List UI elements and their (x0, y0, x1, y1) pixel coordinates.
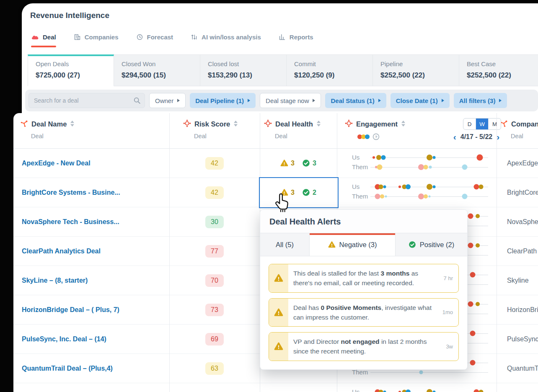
deal-name-link[interactable]: HorizonBridge Deal – ( Plus, 7) (22, 295, 119, 324)
tab-companies[interactable]: Companies (74, 34, 119, 47)
sort-icon[interactable] (401, 120, 406, 127)
popup-tab-negative-3[interactable]: Negative (3) (310, 233, 396, 256)
engagement-dot[interactable] (418, 193, 424, 199)
engagement-dot[interactable] (383, 186, 386, 188)
sort-icon[interactable] (401, 120, 406, 129)
engagement-dot[interactable] (473, 184, 479, 190)
filter-close-date-1[interactable]: Close Date (1) (391, 93, 450, 108)
sort-icon[interactable] (70, 120, 75, 127)
filter-deal-stage-now[interactable]: Deal stage now (260, 93, 321, 108)
column-header-engagement[interactable]: Engagement ? (345, 119, 406, 140)
popup-tab-positive-2[interactable]: Positive (2) (396, 233, 467, 256)
column-header-risk-score[interactable]: Risk Score Deal (183, 119, 238, 139)
engagement-dot[interactable] (379, 390, 383, 392)
filter-owner[interactable]: Owner (149, 93, 186, 108)
granularity-w[interactable]: W (476, 119, 488, 129)
engagement-dot[interactable] (432, 156, 435, 159)
engagement-dot[interactable] (476, 243, 480, 248)
engagement-dot[interactable] (383, 391, 386, 392)
engagement-dot[interactable] (385, 196, 387, 198)
engagement-legend: ? (357, 133, 406, 140)
sort-icon[interactable] (70, 120, 75, 129)
search-input[interactable] (28, 93, 145, 108)
engagement-dot[interactable] (398, 186, 401, 188)
engagement-dot[interactable] (477, 155, 483, 161)
deal-name-link[interactable]: PulseSync, Inc. Deal – (14) (22, 325, 106, 353)
engagement-dot[interactable] (470, 360, 476, 366)
engagement-dot[interactable] (479, 390, 484, 392)
engagement-dot[interactable] (424, 194, 428, 199)
deal-name-link[interactable]: ApexEdge - New Deal (22, 149, 91, 178)
deal-name-link[interactable]: ClearPath Analytics Deal (22, 237, 101, 266)
engagement-dot[interactable] (473, 389, 479, 392)
engagement-dot[interactable] (375, 194, 380, 199)
filter-all-filters-3[interactable]: All filters (3) (454, 93, 507, 108)
deal-health-cell[interactable] (260, 383, 337, 392)
engagement-dot[interactable] (429, 166, 432, 169)
engagement-dot[interactable] (476, 214, 480, 218)
engagement-dot[interactable] (432, 186, 435, 188)
engagement-dot[interactable] (372, 156, 375, 159)
engagement-dot[interactable] (406, 184, 411, 189)
deal-name-link[interactable]: SkyLine – (8, starter) (22, 266, 88, 295)
column-header-deal-health[interactable]: Deal Health Deal (264, 119, 321, 139)
engagement-dot[interactable] (379, 185, 383, 189)
granularity-m[interactable]: M (488, 119, 501, 129)
tab-ai-win-loss-analysis[interactable]: AI win/loss analysis (191, 34, 261, 47)
summary-card-commit[interactable]: Commit$120,250 (9) (287, 54, 373, 86)
engagement-dot[interactable] (406, 389, 411, 392)
deal-health-cell[interactable]: 33 (260, 149, 337, 178)
engagement-dot[interactable] (476, 302, 480, 306)
engagement-timeline (370, 196, 488, 197)
deal-name-link[interactable]: QuantumTrail Deal – (Plus,4) (22, 354, 113, 383)
filter-deal-pipeline-1[interactable]: Deal Pipeline (1) (190, 93, 256, 108)
deal-name-link[interactable]: BrightCore Systems - Busine... (22, 178, 120, 207)
engagement-dot[interactable] (462, 165, 467, 170)
summary-card-pipeline[interactable]: Pipeline$252,500 (22) (373, 54, 459, 86)
engagement-row-label: Them (352, 369, 368, 376)
sort-icon[interactable] (233, 120, 238, 127)
sort-icon[interactable] (316, 120, 321, 129)
column-header-deal-name[interactable]: Deal Name Deal (20, 119, 75, 139)
sort-icon[interactable] (316, 120, 321, 127)
tab-reports[interactable]: Reports (279, 34, 313, 47)
engagement-dot[interactable] (419, 371, 423, 374)
summary-card-closed-won[interactable]: Closed Won$294,500 (15) (114, 54, 200, 86)
engagement-dot[interactable] (470, 272, 476, 278)
company-cell: BrightCore Systems (507, 178, 538, 207)
engagement-dot[interactable] (424, 165, 428, 170)
alert-item[interactable]: This deal is stalled for the last 3 mont… (269, 264, 459, 293)
sort-icon[interactable] (233, 120, 238, 129)
filter-deal-status-1[interactable]: Deal Status (1) (325, 93, 386, 108)
engagement-dot[interactable] (479, 185, 484, 189)
engagement-dot[interactable] (427, 389, 432, 392)
engagement-dot[interactable] (427, 184, 432, 190)
engagement-dot[interactable] (380, 194, 384, 199)
engagement-dot[interactable] (462, 194, 467, 199)
engagement-dot[interactable] (428, 196, 430, 198)
help-icon[interactable]: ? (372, 133, 380, 140)
summary-card-closed-lost[interactable]: Closed lost$153,290 (13) (200, 54, 287, 86)
prev-period-chevron[interactable]: ‹ (453, 132, 456, 141)
engagement-dot[interactable] (377, 165, 383, 170)
engagement-dot[interactable] (432, 391, 435, 392)
summary-card-best-case[interactable]: Best Case$252,500 (22) (459, 54, 538, 86)
popup-tab-all-5[interactable]: All (5) (260, 233, 310, 256)
deal-name-link[interactable]: NovaSphere Tech - Business... (22, 207, 119, 236)
tab-forecast[interactable]: Forecast (136, 34, 173, 47)
engagement-dot[interactable] (468, 214, 473, 219)
alert-item[interactable]: Deal has 0 Positive Moments, investigate… (269, 298, 459, 327)
engagement-dot[interactable] (376, 155, 381, 160)
engagement-dot[interactable] (470, 331, 476, 336)
engagement-dot[interactable] (427, 155, 432, 160)
engagement-dot[interactable] (468, 243, 473, 248)
engagement-dot[interactable] (468, 302, 473, 307)
granularity-d[interactable]: D (463, 119, 476, 129)
app-window: Revenue Intelligence DealCompaniesForeca… (22, 3, 538, 113)
deal-health-cell[interactable]: 32 (260, 178, 337, 207)
next-period-chevron[interactable]: › (497, 132, 499, 141)
tab-deal[interactable]: Deal (31, 34, 56, 47)
summary-card-open-deals[interactable]: Open Deals$725,000 (27) (28, 54, 114, 86)
engagement-dot[interactable] (381, 155, 385, 160)
alert-item[interactable]: VP and Director not engaged in last 2 mo… (269, 332, 459, 361)
